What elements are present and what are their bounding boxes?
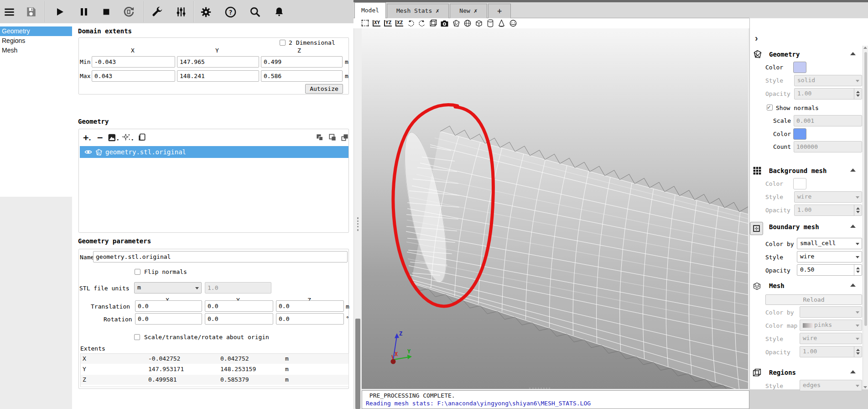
tab-add[interactable]: + [488, 4, 511, 18]
toggle-sphere-button[interactable] [462, 18, 473, 28]
rp-regions-style-label: Style [765, 383, 783, 389]
geometry-list-item[interactable]: geometry.stl.original [80, 146, 348, 158]
collapse-section-icon[interactable] [850, 283, 856, 287]
spin-down-icon[interactable] [856, 271, 860, 273]
show-domain-button[interactable] [428, 18, 438, 28]
mesh-opacity-spinner: 1.00 [800, 346, 862, 357]
stop-button[interactable] [99, 5, 114, 19]
stl-units-select[interactable]: m [134, 282, 202, 294]
auto-generate-button[interactable]: ▾ [122, 132, 134, 143]
toggle-cone-button[interactable] [496, 18, 507, 28]
tab-new[interactable]: New✗ [450, 4, 487, 18]
menu-button[interactable] [2, 5, 16, 19]
collapse-section-icon[interactable] [850, 52, 856, 55]
scroll-up-icon[interactable] [863, 47, 867, 49]
panel-splitter[interactable] [353, 18, 362, 409]
flip-normals-checkbox[interactable] [135, 269, 140, 275]
help-button[interactable]: ? [223, 5, 238, 19]
pause-button[interactable] [77, 5, 91, 19]
autosize-button[interactable]: Autosize [305, 84, 343, 94]
extents-unit: m [285, 355, 289, 362]
collapse-section-icon[interactable] [850, 168, 856, 172]
search-button[interactable] [248, 5, 262, 19]
duplicate-button[interactable] [136, 132, 147, 143]
view-xy-button[interactable]: XY [371, 18, 382, 28]
collapse-panel-button[interactable]: › [755, 33, 758, 43]
run-button[interactable] [52, 5, 67, 19]
scrollbar-thumb[interactable] [864, 52, 867, 326]
toggle-geometry-button[interactable] [451, 18, 461, 28]
collapse-section-icon[interactable] [850, 370, 856, 373]
tools-button[interactable] [150, 5, 164, 19]
fit-view-button[interactable] [360, 18, 370, 28]
min-z-input[interactable] [261, 56, 343, 68]
layers-union-icon [328, 133, 337, 142]
sidebar-item-mesh[interactable]: Mesh [0, 46, 72, 55]
normals-color-swatch[interactable] [793, 128, 806, 140]
remove-geometry-button[interactable]: − [95, 132, 104, 143]
collapse-section-icon[interactable] [850, 225, 856, 228]
boundary-style-select[interactable]: wire [797, 251, 862, 262]
scroll-down-icon[interactable] [863, 386, 867, 388]
merge-front-button[interactable] [314, 132, 325, 143]
notifications-button[interactable] [272, 5, 286, 19]
save-button[interactable] [24, 5, 38, 19]
rotation-z-input[interactable] [276, 313, 344, 325]
show-normals-checkbox[interactable] [767, 105, 773, 110]
pause-icon [78, 6, 89, 17]
log-console[interactable]: PRE_PROCESSING COMPLETE. Reading mesh st… [362, 390, 749, 409]
settings-button[interactable] [198, 5, 213, 19]
right-panel-bottom-strip [749, 389, 868, 409]
view-yz-button[interactable]: YZ [383, 18, 393, 28]
max-z-input[interactable] [261, 70, 343, 82]
min-x-input[interactable] [92, 56, 175, 68]
min-y-input[interactable] [177, 56, 259, 68]
spin-up-icon[interactable] [856, 267, 860, 269]
toggle-disc-button[interactable] [508, 18, 518, 28]
add-image-button[interactable]: ▾ [107, 132, 119, 143]
screenshot-button[interactable] [439, 18, 450, 28]
max-unit: m [345, 73, 348, 79]
normals-scale-input[interactable] [794, 115, 862, 126]
normals-count-input[interactable] [794, 141, 862, 152]
close-icon[interactable]: ✗ [474, 7, 478, 14]
toggle-box-button[interactable] [473, 18, 484, 28]
translation-x-input[interactable] [135, 300, 202, 312]
stop-icon [101, 7, 111, 17]
sidebar-empty-area [0, 197, 72, 409]
rotation-label: Rotation [104, 316, 132, 323]
boundary-mesh-section-button[interactable] [750, 222, 763, 235]
rotation-x-input[interactable] [135, 313, 202, 325]
geometry-color-swatch[interactable] [793, 62, 806, 73]
close-icon[interactable]: ✗ [436, 7, 439, 14]
toggle-cylinder-button[interactable] [485, 18, 495, 28]
rotate-cw-button[interactable] [416, 18, 427, 28]
max-x-input[interactable] [92, 70, 175, 82]
boundary-colorby-select[interactable]: small_cell [797, 238, 862, 249]
translation-y-input[interactable] [205, 300, 273, 312]
max-y-input[interactable] [177, 70, 259, 82]
name-input[interactable] [93, 251, 348, 262]
tab-model[interactable]: Model [354, 2, 386, 18]
two-dimensional-checkbox[interactable] [280, 40, 286, 46]
boundary-opacity-spinner[interactable]: 0.50 [797, 264, 862, 276]
reload-mesh-button[interactable]: Reload [765, 294, 862, 305]
reset-button[interactable] [121, 5, 136, 19]
tune-button[interactable] [174, 5, 188, 19]
sidebar-item-geometry[interactable]: Geometry [0, 26, 72, 36]
sidebar-item-regions[interactable]: Regions [0, 36, 72, 46]
scrollbar-thumb[interactable] [355, 319, 360, 409]
rotation-y-input[interactable] [205, 313, 273, 325]
view-xz-button[interactable]: XZ [394, 18, 405, 28]
merge-union-button[interactable] [327, 132, 338, 143]
about-origin-checkbox[interactable] [134, 334, 140, 340]
rotate-ccw-button[interactable] [405, 18, 416, 28]
merge-subtract-button[interactable] [339, 132, 350, 143]
right-panel-scrollbar[interactable] [863, 46, 868, 389]
visibility-eye-icon[interactable] [84, 149, 92, 155]
render-viewport[interactable]: Z Y X [362, 28, 748, 389]
mesh-style-select: wire [800, 333, 862, 344]
tab-mesh-stats[interactable]: Mesh Stats✗ [387, 4, 449, 18]
translation-z-input[interactable] [276, 300, 344, 312]
add-geometry-button[interactable]: +▾ [82, 132, 93, 143]
